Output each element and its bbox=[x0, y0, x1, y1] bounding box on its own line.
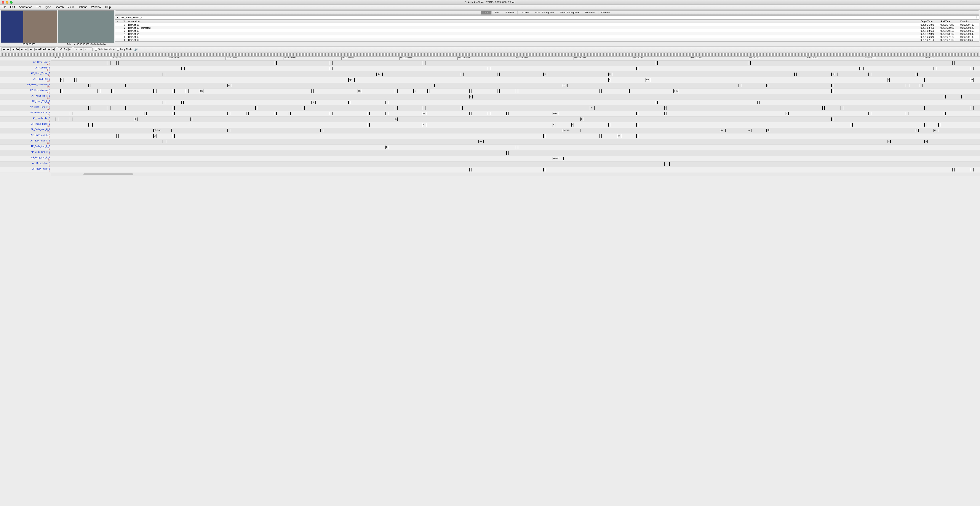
play-button-5[interactable]: ⇤| bbox=[24, 47, 29, 51]
menu-file[interactable]: File bbox=[2, 5, 6, 9]
zoom-icon[interactable] bbox=[10, 1, 13, 4]
annotation-segment[interactable]: H bbox=[664, 106, 667, 110]
video-view-1[interactable] bbox=[1, 10, 57, 43]
annotation-segment[interactable]: BtuL-0 bbox=[553, 157, 564, 160]
annotation-segment[interactable] bbox=[302, 106, 305, 110]
annotation-segment[interactable]: h bbox=[395, 117, 398, 121]
tier-label[interactable]: AP_Headshake_2[11] bbox=[0, 117, 51, 122]
annotation-segment[interactable] bbox=[385, 101, 388, 104]
annotation-segment[interactable] bbox=[488, 67, 490, 70]
menu-window[interactable]: Window bbox=[91, 5, 101, 9]
tier-track[interactable]: BleF-02BleF-05BleBlBlBlBle bbox=[51, 128, 980, 133]
annotation-segment[interactable] bbox=[515, 89, 519, 93]
tier-label[interactable]: AP_Body_lean_R_2[11] bbox=[0, 139, 51, 144]
annotation-segment[interactable] bbox=[460, 106, 463, 110]
tier-track[interactable] bbox=[51, 162, 980, 167]
selection-button-2[interactable]: |← bbox=[67, 47, 72, 51]
grid-header-end[interactable]: End Time bbox=[939, 20, 959, 23]
menu-annotation[interactable]: Annotation bbox=[19, 5, 32, 9]
tier-label[interactable]: AP_Head_Tilt_L_2[19] bbox=[0, 100, 51, 105]
play-button-0[interactable]: |◀ bbox=[1, 47, 6, 51]
annotation-segment[interactable] bbox=[162, 101, 165, 104]
tier-label[interactable]: AP_Head_Thrust_2[26] bbox=[0, 72, 51, 77]
annotation-segment[interactable]: ti bbox=[571, 123, 574, 127]
annotation-segment[interactable] bbox=[228, 129, 230, 132]
tier-track[interactable]: BlB bbox=[51, 133, 980, 139]
tier-track[interactable] bbox=[51, 167, 980, 173]
annotation-segment[interactable]: Ht bbox=[543, 73, 548, 76]
grid-header-begin[interactable]: Begin Time bbox=[919, 20, 939, 23]
close-icon[interactable] bbox=[2, 1, 4, 4]
menu-view[interactable]: View bbox=[68, 5, 74, 9]
annotation-segment[interactable] bbox=[460, 73, 463, 76]
annotation-segment[interactable] bbox=[107, 61, 110, 65]
annotation-segment[interactable] bbox=[126, 84, 128, 87]
annotation-segment[interactable] bbox=[938, 123, 941, 127]
annotation-segment[interactable] bbox=[934, 67, 936, 70]
annotation-segment[interactable] bbox=[506, 151, 509, 155]
tier-label[interactable]: AP_Head_Turn_L_2[47] bbox=[0, 111, 51, 116]
annotation-segment[interactable]: H bbox=[427, 89, 430, 93]
play-button-11[interactable]: ▶| bbox=[51, 47, 56, 51]
step-button-2[interactable]: ↓ bbox=[83, 47, 88, 51]
time-ruler[interactable]: [6] 00:01:10.00000:01:20.00000:01:30.000… bbox=[51, 57, 980, 60]
annotation-segment[interactable] bbox=[181, 67, 185, 70]
annotation-segment[interactable] bbox=[367, 112, 370, 115]
annotation-segment[interactable]: Hc bbox=[200, 89, 204, 93]
annotation-segment[interactable] bbox=[469, 168, 472, 171]
annotation-segment[interactable] bbox=[961, 95, 964, 98]
loop-mode-checkbox[interactable]: Loop Mode bbox=[117, 48, 132, 51]
tab-audio-recognizer[interactable]: Audio Recognizer bbox=[532, 11, 557, 14]
tab-metadata[interactable]: Metadata bbox=[582, 11, 598, 14]
annotation-segment[interactable] bbox=[330, 67, 332, 70]
annotation-segment[interactable]: HtuL bbox=[553, 112, 559, 115]
annotation-segment[interactable] bbox=[228, 112, 230, 115]
annotation-segment[interactable]: H bbox=[469, 95, 473, 98]
annotation-segment[interactable] bbox=[107, 106, 110, 110]
annotation-segment[interactable]: Bl bbox=[887, 140, 891, 143]
step-button-1[interactable]: → bbox=[79, 47, 83, 51]
annotation-segment[interactable]: Hchi bbox=[562, 84, 568, 87]
tier-label[interactable]: AP_Head_chin-down_2[36] bbox=[0, 83, 51, 88]
tab-lexicon[interactable]: Lexicon bbox=[517, 11, 532, 14]
annotation-segment[interactable] bbox=[162, 73, 165, 76]
annotation-segment[interactable] bbox=[330, 112, 332, 115]
annotation-segment[interactable] bbox=[126, 106, 128, 110]
annotation-segment[interactable]: Ble bbox=[720, 129, 725, 132]
annotation-segment[interactable] bbox=[664, 162, 670, 166]
annotation-segment[interactable]: Hpu bbox=[348, 78, 355, 82]
hscroll-thumb[interactable] bbox=[83, 173, 133, 175]
annotation-segment[interactable]: Hc bbox=[358, 89, 361, 93]
annotation-segment[interactable] bbox=[144, 112, 147, 115]
annotation-segment[interactable] bbox=[288, 112, 291, 115]
annotation-segment[interactable]: Ht bbox=[590, 106, 594, 110]
annotation-segment[interactable]: t bbox=[423, 123, 426, 127]
menu-type[interactable]: Type bbox=[45, 5, 51, 9]
tier-track[interactable]: n bbox=[51, 66, 980, 71]
annotation-segment[interactable] bbox=[186, 89, 189, 93]
annotation-segment[interactable]: BleF-05 bbox=[562, 129, 581, 132]
annotation-segment[interactable] bbox=[469, 89, 472, 93]
tier-track[interactable]: HHchiH bbox=[51, 83, 980, 88]
annotation-segment[interactable]: Bl bbox=[748, 129, 751, 132]
annotation-segment[interactable]: Hth bbox=[831, 73, 838, 76]
selection-button-0[interactable]: ▷S bbox=[58, 47, 63, 51]
annotation-segment[interactable]: ti bbox=[553, 123, 555, 127]
annotation-segment[interactable] bbox=[172, 89, 175, 93]
annotation-segment[interactable]: H bbox=[608, 78, 611, 82]
annotation-segment[interactable] bbox=[423, 106, 425, 110]
annotation-segment[interactable]: Hth bbox=[376, 73, 383, 76]
annotation-segment[interactable] bbox=[636, 123, 639, 127]
loop-mode-input[interactable] bbox=[117, 48, 119, 51]
annotation-segment[interactable] bbox=[971, 67, 974, 70]
annotation-segment[interactable] bbox=[88, 106, 91, 110]
annotation-segment[interactable] bbox=[116, 134, 119, 138]
tier-label[interactable]: AP_Head_Tilt_R_2[14] bbox=[0, 94, 51, 100]
play-button-3[interactable]: F◀ bbox=[15, 47, 20, 51]
menu-search[interactable]: Search bbox=[55, 5, 64, 9]
tab-text[interactable]: Text bbox=[492, 11, 502, 14]
annotation-segment[interactable] bbox=[246, 112, 249, 115]
tier-label[interactable]: AP_Body_turn_L_2[2] bbox=[0, 156, 51, 161]
annotation-segment[interactable]: Ble bbox=[934, 129, 939, 132]
annotation-segment[interactable] bbox=[971, 168, 974, 171]
